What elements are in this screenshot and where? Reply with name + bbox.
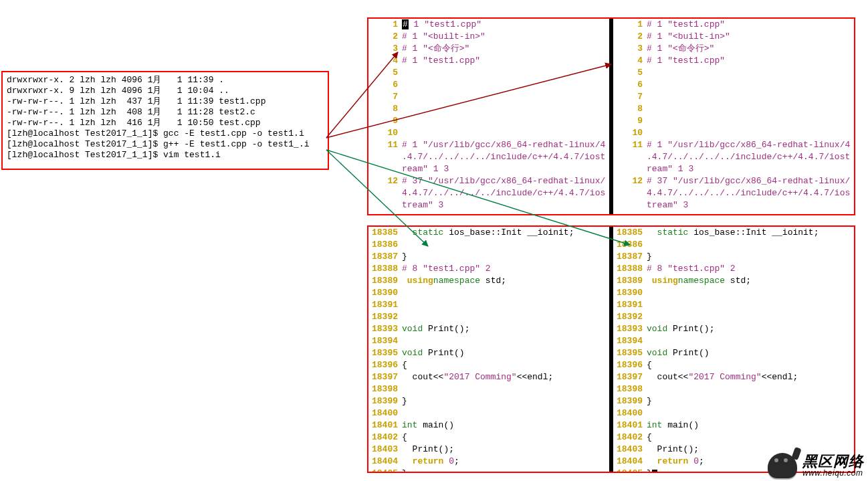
line-number: 18393 [368, 323, 402, 335]
code-line: 3# 1 "<命令行>" [368, 43, 609, 55]
line-number: 18400 [368, 407, 402, 419]
line-number: 18386 [613, 239, 647, 251]
line-number: 4 [613, 55, 647, 67]
code-line: 18397 cout<<"2017 Comming"<<endl; [368, 371, 609, 383]
code-line: 18396{ [613, 359, 854, 371]
line-number: 18405 [368, 468, 402, 472]
vim-pane-top-right[interactable]: 1# 1 "test1.cpp"2# 1 "<built-in>"3# 1 "<… [613, 19, 854, 214]
line-number: 18395 [613, 347, 647, 359]
terminal-panel: drwxrwxr-x. 2 lzh lzh 4096 1月 1 11:39 .d… [1, 71, 329, 170]
terminal-line: drwxrwxr-x. 2 lzh lzh 4096 1月 1 11:39 . [7, 75, 324, 86]
vim-cursor [652, 470, 657, 472]
code-line: 18401int main() [613, 419, 854, 431]
code-line: 18392 [368, 311, 609, 323]
code-line: .4.7/../../../../include/c++/4.4.7/iost [368, 151, 609, 163]
code-line: 1# 1 "test1.cpp" [613, 19, 854, 31]
terminal-cmd-2[interactable]: [lzh@localhost Test2017_1_1]$ g++ -E tes… [7, 139, 324, 150]
line-number: 18398 [613, 383, 647, 395]
line-number [368, 199, 402, 211]
code-line: 12# 37 "/usr/lib/gcc/x86_64-redhat-linux… [613, 175, 854, 187]
terminal-line: drwxrwxr-x. 9 lzh lzh 4096 1月 1 10:04 .. [7, 86, 324, 96]
line-number: 18385 [368, 227, 402, 239]
line-number [368, 163, 402, 175]
vim-pane-bot-left[interactable]: 18385 static ios_base::Init __ioinit;183… [368, 227, 609, 472]
line-number: 2 [368, 31, 402, 43]
line-number: 18398 [368, 383, 402, 395]
line-number: 10 [613, 127, 647, 139]
line-number: 10 [368, 127, 402, 139]
watermark-url: www.heiqu.com [802, 469, 864, 478]
line-number [368, 187, 402, 199]
site-watermark: 黑区网络 www.heiqu.com [768, 453, 864, 478]
line-number: 18390 [368, 287, 402, 299]
line-number: 9 [613, 115, 647, 127]
code-line: 18403 Print(); [368, 444, 609, 456]
line-number: 18397 [613, 371, 647, 383]
line-number: 18385 [613, 227, 647, 239]
line-number: 18403 [368, 444, 402, 456]
line-number: 18386 [368, 239, 402, 251]
code-line: 18385 static ios_base::Init __ioinit; [613, 227, 854, 239]
code-line: 18390 [368, 287, 609, 299]
code-line: 8 [368, 103, 609, 115]
line-number: 18402 [368, 431, 402, 444]
code-line: 18393void Print(); [613, 323, 854, 335]
code-line: 18389 usingnamespace std; [368, 275, 609, 287]
code-line: 18400 [613, 407, 854, 419]
line-number: 7 [368, 91, 402, 103]
line-number: 18391 [368, 299, 402, 311]
line-number: 18405 [613, 468, 647, 472]
code-line: 18396{ [368, 359, 609, 371]
code-line: 6 [613, 79, 854, 91]
line-number: 18397 [368, 371, 402, 383]
code-line: 10 [613, 127, 854, 139]
line-number: 11 [613, 139, 647, 151]
code-line: 2# 1 "<built-in>" [368, 31, 609, 43]
code-line: 18397 cout<<"2017 Comming"<<endl; [613, 371, 854, 383]
code-line: ream" 1 3 [368, 163, 609, 175]
terminal-line: -rw-rw-r--. 1 lzh lzh 416 1月 1 10:50 tes… [7, 118, 324, 128]
code-line: 18395void Print() [368, 347, 609, 359]
vim-cursor: # [402, 19, 409, 29]
code-line: 4.4.7/../../../../include/c++/4.4.7/ios [613, 187, 854, 199]
code-line: 18395void Print() [613, 347, 854, 359]
terminal-cmd-1[interactable]: [lzh@localhost Test2017_1_1]$ gcc -E tes… [7, 128, 324, 139]
line-number: 12 [368, 175, 402, 187]
line-number: 18387 [368, 251, 402, 263]
line-number: 9 [368, 115, 402, 127]
vim-pane-bot-right[interactable]: 18385 static ios_base::Init __ioinit;183… [613, 227, 854, 472]
line-number: 8 [368, 103, 402, 115]
line-number [613, 187, 647, 199]
line-number: 6 [368, 79, 402, 91]
line-number: 18399 [613, 395, 647, 407]
line-number: 18400 [613, 407, 647, 419]
vim-pane-top-left[interactable]: 1# 1 "test1.cpp"2# 1 "<built-in>"3# 1 "<… [368, 19, 609, 214]
line-number: 11 [368, 139, 402, 151]
code-line: 18388# 8 "test1.cpp" 2 [613, 263, 854, 275]
code-line: 18405} [368, 468, 609, 472]
code-line: 5 [368, 67, 609, 79]
code-line: 4# 1 "test1.cpp" [368, 55, 609, 67]
line-number: 18388 [368, 263, 402, 275]
code-line: 5 [613, 67, 854, 79]
code-line: 9 [368, 115, 609, 127]
code-line: 18404 return 0; [368, 456, 609, 468]
line-number: 18394 [613, 335, 647, 347]
line-number: 2 [613, 31, 647, 43]
line-number: 18404 [613, 456, 647, 468]
code-line: 18400 [368, 407, 609, 419]
line-number: 18399 [368, 395, 402, 407]
line-number: 18389 [613, 275, 647, 287]
code-line: 18402{ [613, 431, 854, 444]
terminal-cmd-3[interactable]: [lzh@localhost Test2017_1_1]$ vim test1.… [7, 150, 324, 161]
code-line: 18401int main() [368, 419, 609, 431]
code-line: 18399} [613, 395, 854, 407]
line-number: 18401 [368, 419, 402, 431]
line-number: 3 [368, 43, 402, 55]
code-line: 11# 1 "/usr/lib/gcc/x86_64-redhat-linux/… [368, 139, 609, 151]
line-number: 18387 [613, 251, 647, 263]
line-number: 1 [613, 19, 647, 31]
code-line: tream" 3 [368, 199, 609, 211]
code-line: 18386 [613, 239, 854, 251]
line-number: 18392 [368, 311, 402, 323]
